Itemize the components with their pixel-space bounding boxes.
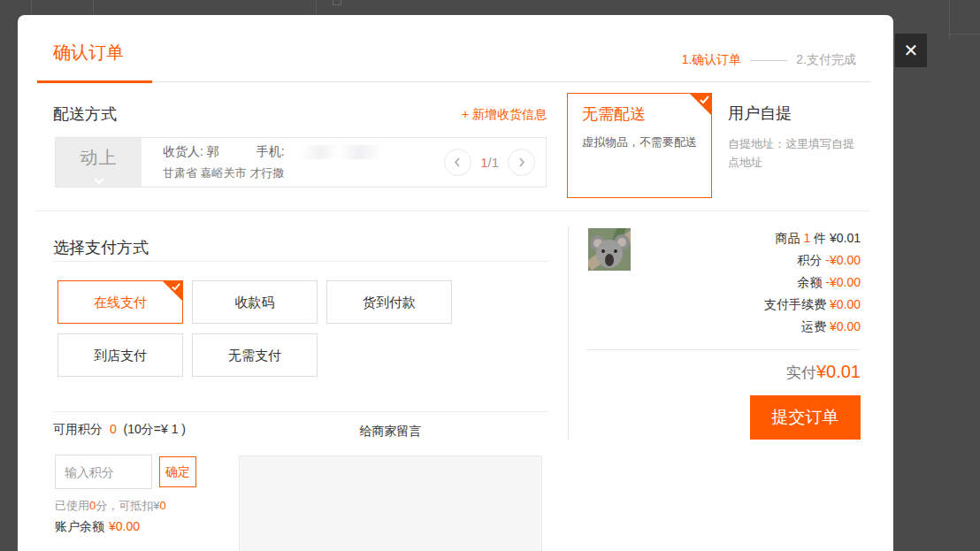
points-used-line: 已使用0分，可抵扣¥0 [55, 498, 166, 514]
merchant-message-label: 给商家留言 [239, 424, 542, 440]
close-button[interactable]: ✕ [895, 34, 927, 67]
payment-option-no-payment[interactable]: 无需支付 [192, 333, 318, 377]
balance-label: 账户余额 [55, 519, 104, 533]
product-thumbnail-koala [588, 228, 631, 271]
modal-title: 确认订单 [53, 41, 124, 65]
checkout-steps: 1.确认订单 2.支付完成 [682, 52, 856, 68]
delivery-option-desc: 虚拟物品，不需要配送 [582, 134, 697, 150]
background-divider [93, 0, 94, 15]
row-value: ¥0.00 [830, 319, 861, 333]
step-connector-line [750, 60, 787, 61]
chevron-right-icon [517, 157, 526, 167]
summary-goods-row: 商品 1 件 ¥0.01 [637, 227, 861, 249]
points-confirm-button[interactable]: 确定 [159, 456, 196, 487]
background-divider [949, 34, 980, 34]
delivery-option-self-pickup[interactable]: 用户自提 自提地址：这里填写自提点地址 [728, 101, 862, 198]
chevron-down-icon [94, 178, 104, 184]
row-label: 积分 [797, 253, 822, 267]
used-mid: 分，可抵扣¥ [96, 499, 159, 512]
address-card[interactable]: 动上 收货人: 郭 手机: 甘肃省 嘉峪关市 才行撒 [55, 137, 547, 187]
points-input[interactable] [55, 455, 152, 489]
next-address-button[interactable] [508, 149, 535, 176]
check-icon [172, 283, 180, 291]
chevron-left-icon [453, 157, 463, 167]
receiver-label: 收货人: [163, 144, 203, 160]
address-tag-label: 动上 [56, 146, 142, 170]
goods-unit: 件 [814, 231, 826, 245]
payment-divider [53, 261, 548, 262]
account-balance-line: 账户余额¥0.00 [55, 519, 140, 535]
used-deduct: 0 [159, 499, 165, 512]
header-divider-accent [37, 80, 152, 83]
points-divider [53, 411, 548, 412]
background-checkbox-remnant [333, 0, 341, 5]
payment-option-qr-code[interactable]: 收款码 [192, 280, 318, 324]
section-divider [35, 210, 871, 211]
points-rate: (10分=¥ 1 ) [124, 422, 186, 436]
address-tag-dropdown[interactable]: 动上 [56, 138, 142, 187]
close-icon: ✕ [904, 42, 919, 59]
summary-points-row: 积分 -¥0.00 [637, 249, 861, 272]
goods-amount: ¥0.01 [830, 231, 861, 245]
payment-section-title: 选择支付方式 [53, 237, 149, 258]
summary-balance-row: 余额 -¥0.00 [637, 272, 861, 294]
phone-number-redacted [290, 145, 396, 159]
add-address-link[interactable]: + 新增收货信息 [462, 107, 547, 123]
summary-shipping-row: 运费 ¥0.00 [637, 316, 861, 338]
address-info: 收货人: 郭 手机: 甘肃省 嘉峪关市 才行撒 [163, 144, 396, 181]
payment-option-online[interactable]: 在线支付 [57, 280, 183, 324]
total-value: ¥0.01 [816, 362, 861, 381]
row-value: -¥0.00 [825, 275, 861, 289]
used-prefix: 已使用 [55, 499, 89, 512]
summary-fee-row: 支付手续费 ¥0.00 [637, 294, 861, 316]
payment-option-label: 在线支付 [94, 295, 147, 310]
dimmed-page-overlay: 确认订单 1.确认订单 2.支付完成 配送方式 + 新增收货信息 动上 收货人:… [0, 0, 980, 551]
row-value: ¥0.00 [830, 297, 861, 311]
points-title: 可用积分 0 (10分=¥ 1 ) [53, 422, 186, 438]
points-label: 可用积分 [53, 422, 103, 436]
payment-option-label: 货到付款 [363, 295, 416, 310]
delivery-option-title: 无需配送 [582, 103, 646, 125]
goods-label: 商品 [775, 231, 800, 245]
header-divider [37, 81, 871, 82]
balance-value: ¥0.00 [109, 519, 140, 533]
background-divider [316, 0, 317, 15]
payment-option-label: 到店支付 [94, 348, 147, 363]
column-divider [568, 226, 569, 440]
order-summary: 商品 1 件 ¥0.01 积分 -¥0.00 余额 -¥0.00 支付手续费 ¥… [637, 227, 861, 338]
delivery-option-no-shipping[interactable]: 无需配送 虚拟物品，不需要配送 [567, 93, 712, 198]
prev-address-button[interactable] [444, 149, 471, 176]
merchant-message-textarea[interactable] [239, 455, 542, 551]
receiver-name: 郭 [207, 144, 219, 160]
row-label: 支付手续费 [764, 297, 826, 311]
submit-order-button[interactable]: 提交订单 [750, 395, 861, 440]
total-label: 实付 [786, 364, 816, 381]
payment-option-cod[interactable]: 货到付款 [326, 280, 452, 324]
payment-option-in-store[interactable]: 到店支付 [57, 333, 183, 377]
delivery-option-title: 用户自提 [728, 103, 792, 124]
total-pages: 1 [492, 155, 499, 170]
confirm-order-modal: 确认订单 1.确认订单 2.支付完成 配送方式 + 新增收货信息 动上 收货人:… [18, 15, 893, 551]
address-region: 甘肃省 嘉峪关市 才行撒 [163, 165, 396, 181]
total-line: 实付¥0.01 [586, 362, 861, 383]
points-available: 0 [110, 422, 117, 436]
goods-qty: 1 [803, 231, 810, 245]
row-label: 余额 [797, 275, 822, 289]
payment-option-label: 收款码 [235, 295, 275, 310]
step-payment-complete: 2.支付完成 [796, 52, 856, 68]
shipping-section-title: 配送方式 [53, 103, 117, 125]
row-label: 运费 [801, 319, 826, 333]
delivery-option-desc: 自提地址：这里填写自提点地址 [728, 134, 861, 172]
background-divider [31, 0, 32, 15]
summary-divider [586, 349, 861, 350]
address-page-indicator: 1/1 [480, 155, 499, 170]
row-value: -¥0.00 [825, 253, 861, 267]
check-icon [700, 96, 709, 104]
payment-option-label: 无需支付 [228, 348, 281, 363]
step-confirm-order: 1.确认订单 [682, 52, 742, 68]
address-pager: 1/1 [444, 149, 535, 176]
phone-label: 手机: [256, 144, 285, 160]
